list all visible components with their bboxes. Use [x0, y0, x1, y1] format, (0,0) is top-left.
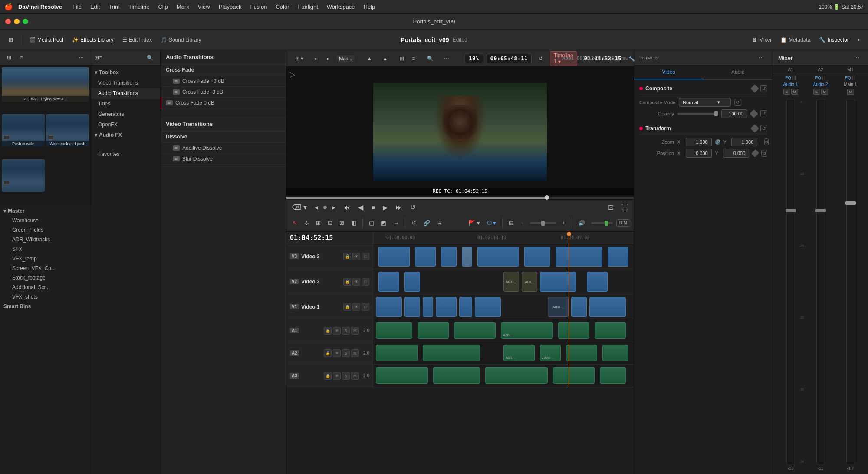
cross-fade-minus3[interactable]: ≋ Cross Fade -3 dB — [161, 87, 286, 98]
composite-reset[interactable]: ↺ — [760, 85, 767, 92]
menu-timeline[interactable]: Timeline — [125, 3, 153, 10]
v3-clip-7[interactable] — [556, 247, 602, 267]
tab-audio[interactable]: Audio — [704, 66, 773, 79]
mixer-button[interactable]: 🎚 Mixer — [749, 35, 775, 45]
eq-a1-btn[interactable]: EQ — [785, 76, 791, 80]
track-auto-btn[interactable]: □ — [362, 253, 369, 260]
v1-clip-1[interactable] — [376, 297, 402, 317]
volume-slider[interactable] — [591, 222, 613, 224]
mixer-options-btn[interactable]: ⋯ — [851, 53, 863, 63]
media-pool-button[interactable]: 🎬 Media Pool — [26, 35, 67, 45]
zoom-options-button[interactable]: ▲ — [379, 54, 391, 63]
a1-clip-1[interactable] — [376, 322, 412, 339]
v1-clip-7[interactable] — [571, 297, 587, 317]
fader-handle-a1[interactable] — [786, 209, 796, 212]
loop-mode-btn[interactable]: ↺ — [409, 218, 419, 227]
inspector-more-button[interactable]: ⋯ — [755, 53, 767, 63]
smart-bins[interactable]: Smart Bins — [0, 302, 91, 311]
track-a1-lock[interactable]: 🔒 — [324, 327, 332, 335]
track-a3-m[interactable]: M — [351, 372, 359, 380]
a2-clip-2[interactable] — [423, 345, 480, 361]
roll-tool[interactable]: ◧ — [349, 218, 359, 227]
bin-screen-vfx[interactable]: Screen_VFX_Co... — [0, 263, 91, 273]
toolbox-section[interactable]: ▾ Toolbox — [91, 67, 160, 78]
v1-clip-4[interactable] — [436, 297, 457, 317]
a2-clip-4[interactable]: • A00... — [540, 345, 561, 361]
a3-clip-3[interactable] — [485, 367, 548, 384]
menu-help[interactable]: Help — [360, 3, 379, 10]
track-a3-lock[interactable]: 🔒 — [324, 372, 332, 380]
effects-library-button[interactable]: ✨ Effects Library — [69, 35, 117, 45]
track-a3-s[interactable]: S — [342, 372, 350, 380]
transform-keyframe[interactable] — [750, 124, 759, 133]
a2-clip-6[interactable] — [602, 345, 628, 361]
layout-toggle-button[interactable]: ⊞ ▾ — [292, 54, 307, 63]
opacity-value[interactable]: 100.00 — [721, 109, 747, 118]
v3-clip-4[interactable] — [462, 247, 472, 267]
v2-clip-thumb-2[interactable]: A00... — [522, 272, 537, 292]
more-options-button[interactable]: ⋯ — [441, 54, 453, 63]
slip-tool[interactable]: ⊡ — [325, 218, 335, 227]
search-clips-button[interactable]: 🔍 — [424, 54, 437, 63]
menu-trim[interactable]: Trim — [105, 3, 123, 10]
preview-scrubbar[interactable] — [286, 197, 634, 199]
edit-index-button[interactable]: ☰ Edit Index — [119, 35, 155, 45]
blade-tool[interactable]: ⊹ — [302, 218, 312, 227]
master-bin[interactable]: ▾ Master — [0, 206, 91, 216]
opacity-handle[interactable] — [714, 111, 718, 116]
opacity-slider[interactable] — [677, 113, 718, 115]
zoom-slider[interactable] — [530, 222, 556, 224]
menu-file[interactable]: File — [69, 3, 85, 10]
track-a2-content[interactable]: A00... • A00... — [373, 342, 634, 364]
bin-vfx-temp[interactable]: VFX_temp — [0, 254, 91, 263]
menu-playback[interactable]: Playback — [215, 3, 245, 10]
stop-button[interactable]: ■ — [368, 203, 377, 212]
fader-a1-track[interactable]: -5 -10 -15 -20 -30 -50 — [786, 99, 795, 464]
tc-options-button[interactable]: ↺ — [535, 54, 546, 63]
position-x-value[interactable]: 0.000 — [686, 149, 712, 158]
cursor-tool[interactable]: ↖ — [290, 218, 300, 227]
menu-color[interactable]: Color — [272, 3, 293, 10]
slide-tool[interactable]: ⊠ — [337, 218, 347, 227]
track-a1-m[interactable]: M — [351, 327, 359, 335]
audio-transitions-item[interactable]: Audio Transitions — [91, 88, 160, 99]
thumbnail-item-3[interactable]: Wide track and push — [46, 114, 89, 147]
v2-clip-4[interactable] — [587, 272, 608, 292]
menu-fusion[interactable]: Fusion — [247, 3, 270, 10]
thumbnail-item-2[interactable]: Push in wide — [2, 114, 45, 147]
v3-clip-8[interactable] — [608, 247, 628, 267]
mute-a2-btn[interactable]: M — [821, 89, 828, 95]
zoom-reset[interactable]: ↺ — [764, 138, 769, 145]
v1-clip-3[interactable] — [423, 297, 433, 317]
minimize-button[interactable] — [14, 19, 20, 24]
trim-tool[interactable]: ⊞ — [313, 218, 323, 227]
track-v3-content[interactable] — [373, 244, 634, 269]
in-out-button[interactable]: ⌫ ▾ — [289, 202, 309, 212]
link-btn[interactable]: 🔗 — [421, 218, 433, 227]
position-reset[interactable]: ↺ — [761, 150, 767, 157]
insert-button[interactable]: ▢ — [366, 218, 377, 227]
mute-a1-btn[interactable]: M — [791, 89, 798, 95]
thumbnail-item-4[interactable] — [2, 159, 45, 192]
v1-clip-5[interactable] — [459, 297, 472, 317]
skip-to-start-button[interactable]: ⏮ — [341, 203, 353, 212]
volume-handle[interactable] — [605, 221, 608, 226]
menu-fairlight[interactable]: Fairlight — [295, 3, 322, 10]
fit-button[interactable]: ⊡ — [605, 202, 616, 212]
scrub-handle[interactable] — [545, 195, 549, 200]
track-v1-auto[interactable]: □ — [362, 303, 369, 311]
video-transitions-item[interactable]: Video Transitions — [91, 78, 160, 88]
zoom-y-value[interactable]: 1.000 — [731, 138, 757, 146]
snapping-btn[interactable]: ⊞ — [506, 218, 516, 227]
overwrite-button[interactable]: ◩ — [378, 218, 389, 227]
metadata-button[interactable]: 📋 Metadata — [777, 35, 814, 45]
next-frame-button[interactable]: ▸ — [329, 202, 338, 212]
fader-handle-a2[interactable] — [815, 209, 826, 212]
link-icon[interactable]: 🔗 — [715, 139, 720, 145]
v2-clip-2[interactable] — [404, 272, 420, 292]
fader-handle-m1[interactable] — [845, 201, 856, 205]
v2-clip-1[interactable] — [378, 272, 399, 292]
a3-clip-2[interactable] — [433, 367, 480, 384]
print-btn[interactable]: 🖨 — [434, 218, 445, 227]
eq-a2-btn[interactable]: EQ — [815, 76, 821, 80]
